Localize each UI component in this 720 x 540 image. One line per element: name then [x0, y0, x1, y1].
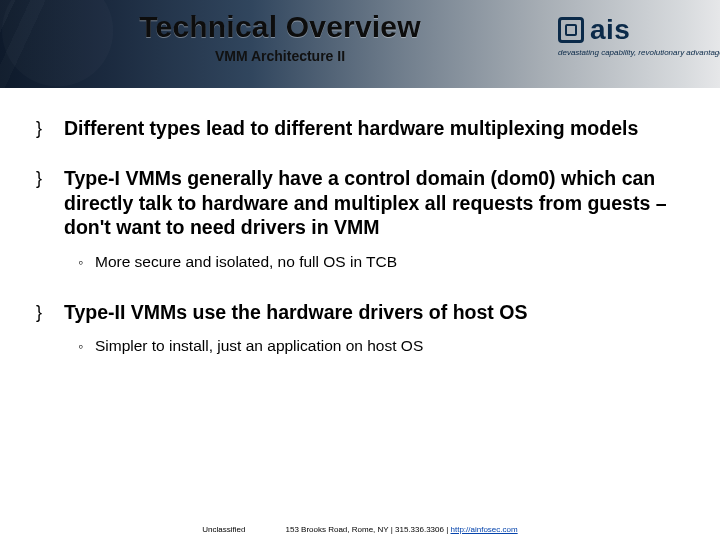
bullet-item: } Type-II VMMs use the hardware drivers …	[36, 300, 684, 324]
footer-contact: 153 Brooks Road, Rome, NY | 315.336.3306…	[285, 525, 517, 534]
sub-bullet-icon: ◦	[78, 252, 83, 272]
bullet-text: Type-II VMMs use the hardware drivers of…	[64, 300, 527, 324]
sub-bullet-text: More secure and isolated, no full OS in …	[95, 252, 397, 272]
footer-url-link[interactable]: http://ainfosec.com	[450, 525, 517, 534]
bullet-text: Different types lead to different hardwa…	[64, 116, 638, 140]
footer-contact-text: 153 Brooks Road, Rome, NY | 315.336.3306…	[285, 525, 450, 534]
sub-bullet-text: Simpler to install, just an application …	[95, 336, 423, 356]
sub-bullet-icon: ◦	[78, 336, 83, 356]
bullet-item: } Different types lead to different hard…	[36, 116, 684, 140]
bullet-icon: }	[36, 300, 50, 324]
footer-classification: Unclassified	[202, 525, 245, 534]
bullet-item: } Type-I VMMs generally have a control d…	[36, 166, 684, 239]
slide-body: } Different types lead to different hard…	[0, 88, 720, 356]
logo-tagline: devastating capability, revolutionary ad…	[558, 48, 708, 57]
logo-icon	[558, 17, 584, 43]
logo-text: ais	[590, 14, 630, 46]
bullet-icon: }	[36, 116, 50, 140]
slide-header: Technical Overview VMM Architecture II a…	[0, 0, 720, 88]
logo-block: ais devastating capability, revolutionar…	[558, 14, 708, 57]
slide-title: Technical Overview	[0, 10, 560, 44]
slide-subtitle: VMM Architecture II	[0, 48, 560, 64]
slide-footer: Unclassified 153 Brooks Road, Rome, NY |…	[0, 525, 720, 534]
slide: Technical Overview VMM Architecture II a…	[0, 0, 720, 540]
sub-bullet-item: ◦ More secure and isolated, no full OS i…	[78, 252, 684, 272]
bullet-icon: }	[36, 166, 50, 190]
sub-bullet-item: ◦ Simpler to install, just an applicatio…	[78, 336, 684, 356]
title-block: Technical Overview VMM Architecture II	[0, 10, 560, 64]
bullet-text: Type-I VMMs generally have a control dom…	[64, 166, 684, 239]
